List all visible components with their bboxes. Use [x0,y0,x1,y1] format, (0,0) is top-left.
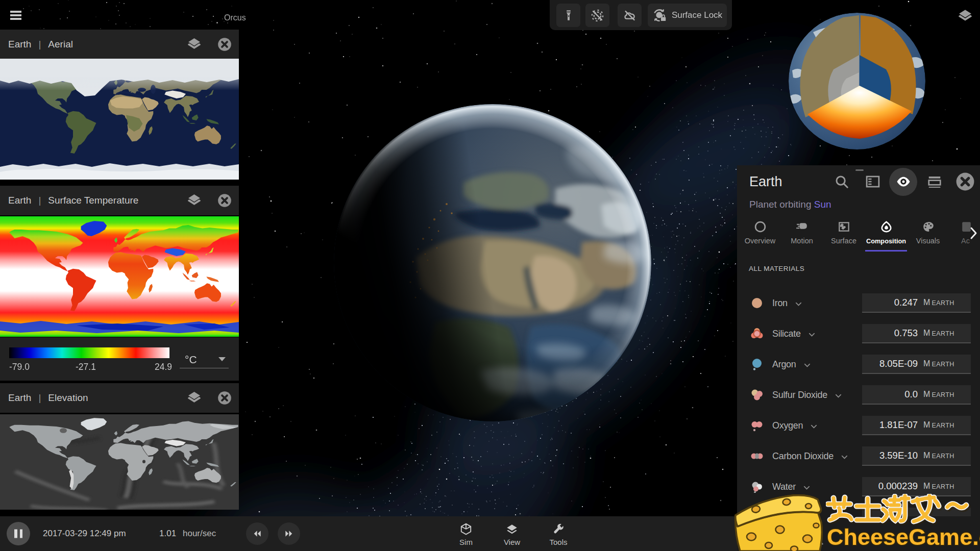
svg-text:CheeseGame.org: CheeseGame.org [827,524,980,550]
